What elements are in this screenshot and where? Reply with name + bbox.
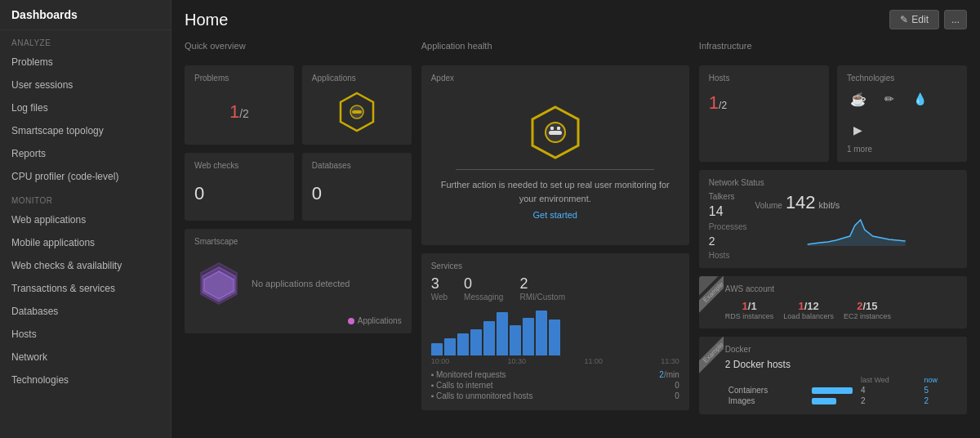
monitored-requests-value: 2/min [659, 370, 679, 379]
calls-unmonitored-label: ▪ Calls to unmonitored hosts [431, 391, 533, 400]
hosts-card-title: Hosts [709, 74, 819, 83]
dot-pink-icon [348, 318, 354, 324]
docker-images-now: 2 [921, 396, 957, 406]
sidebar-item-user-sessions[interactable]: User sessions [0, 74, 171, 96]
tech-icons: ☕ ✏ 💧 ▶ [847, 87, 957, 141]
calls-internet-row: ▪ Calls to internet 0 [431, 381, 679, 390]
sidebar-item-transactions[interactable]: Transactions & services [0, 277, 171, 300]
calls-unmonitored-value: 0 [675, 391, 679, 400]
talkers-sub: Processes [709, 222, 747, 231]
docker-containers-row: Containers 4 5 [725, 385, 957, 396]
sidebar-item-web-applications[interactable]: Web applications [0, 208, 171, 231]
smartscape-footer: Applications [194, 316, 402, 325]
sidebar-section-analyze: Analyze [0, 30, 171, 51]
play-icon: ▶ [847, 118, 870, 141]
technologies-title: Technologies [847, 74, 957, 83]
docker-badge-area: Example [699, 337, 724, 414]
sidebar-logo[interactable]: Dashboards [0, 0, 171, 30]
service-bar [457, 333, 469, 355]
applications-card-title: Applications [312, 74, 402, 83]
docker-col-bar [808, 375, 858, 385]
applications-card: Applications [302, 65, 412, 145]
application-health-column: Application health Apdex Further action … [421, 41, 689, 414]
docker-images-bar [812, 398, 836, 404]
sidebar-item-network[interactable]: Network [0, 346, 171, 369]
hosts-denom: /2 [719, 100, 727, 111]
service-bar [536, 311, 547, 355]
docker-images-last: 2 [858, 396, 921, 406]
docker-col-empty [725, 375, 808, 385]
services-messaging-count: 0 [464, 275, 503, 293]
sidebar-item-problems[interactable]: Problems [0, 51, 171, 74]
docker-col-last-wed: last Wed [858, 375, 921, 385]
chart-label-4: 11:30 [661, 357, 679, 365]
apdex-get-started-link[interactable]: Get started [533, 210, 577, 220]
services-web-label: Web [431, 293, 448, 302]
hosts-red-val: 1 [709, 92, 719, 113]
smartscape-title: Smartscape [194, 237, 402, 246]
services-card: Services 3 Web 0 Messaging 2 RMI/Custom [421, 253, 689, 410]
hosts-card: Hosts 1/2 [699, 65, 829, 162]
aws-lb-value: 1/12 [798, 300, 818, 312]
volume-label: Volume [755, 201, 782, 210]
sidebar-item-technologies[interactable]: Technologies [0, 369, 171, 391]
main-content: Home ✎ Edit ... Quick overview Problems … [172, 0, 980, 438]
sidebar-item-reports[interactable]: Reports [0, 142, 171, 165]
infrastructure-column: Infrastructure Hosts 1/2 Technologies ☕ … [699, 41, 967, 414]
quick-overview-label: Quick overview [185, 41, 412, 51]
service-bar [431, 343, 443, 355]
sidebar-item-mobile-applications[interactable]: Mobile applications [0, 231, 171, 254]
smartscape-no-apps-text: No applications detected [252, 279, 350, 288]
bottom-cards-row: Web checks 0 Databases 0 [185, 153, 412, 221]
services-chart-labels: 10:00 10:30 11:00 11:30 [431, 357, 679, 365]
sidebar-item-log-files[interactable]: Log files [0, 96, 171, 119]
services-bar-chart [431, 306, 679, 355]
services-web-col: 3 Web [431, 275, 448, 302]
web-checks-card: Web checks 0 [185, 153, 294, 221]
docker-images-label: Images [725, 396, 808, 406]
aws-rds-label: RDS instances [725, 312, 774, 320]
application-health-label: Application health [421, 41, 689, 51]
docker-card: Example Docker 2 Docker hosts last Wed [699, 337, 967, 414]
network-sparkline [755, 213, 957, 246]
docker-images-row: Images 2 2 [725, 396, 957, 406]
sidebar-item-web-checks[interactable]: Web checks & availability [0, 254, 171, 277]
service-bar [483, 321, 495, 355]
calls-internet-value: 0 [675, 381, 679, 390]
smartscape-content: No applications detected [194, 251, 402, 316]
smartscape-apps-label: Applications [358, 316, 402, 325]
chart-label-2: 10:30 [508, 357, 527, 365]
smartscape-card: Smartscape No applications detected Appl… [185, 229, 412, 333]
edit-icon: ✏ [878, 87, 901, 110]
volume-unit: kbit/s [819, 200, 840, 210]
header-buttons: ✎ Edit ... [889, 10, 967, 29]
quick-overview-column: Quick overview Problems 1/2 Applications [185, 41, 412, 414]
sidebar-item-databases[interactable]: Databases [0, 300, 171, 323]
main-header: Home ✎ Edit ... [185, 10, 967, 29]
apdex-card: Apdex Further action is needed to set up… [421, 65, 689, 245]
docker-col-now: now [921, 375, 957, 385]
aws-card: Example AWS account 1/1 RDS instances 1/… [699, 276, 967, 328]
tech-more-label: 1 more [847, 145, 957, 154]
monitored-requests-label: ▪ Monitored requests [431, 370, 506, 379]
edit-button[interactable]: ✎ Edit [889, 10, 939, 29]
drop-icon: 💧 [909, 87, 932, 110]
docker-hosts-label: Docker hosts [733, 359, 791, 370]
service-bar [497, 312, 508, 355]
more-options-button[interactable]: ... [944, 10, 967, 29]
apdex-divider [456, 169, 654, 170]
apdex-body-text: Further action is needed to set up real … [431, 178, 679, 205]
service-bar [470, 329, 482, 355]
sidebar-item-smartscape[interactable]: Smartscape topology [0, 119, 171, 142]
chart-label-3: 11:00 [584, 357, 603, 365]
services-rmi-label: RMI/Custom [519, 293, 565, 302]
sidebar-item-cpu-profiler[interactable]: CPU profiler (code-level) [0, 165, 171, 188]
docker-header: last Wed now [725, 375, 957, 385]
services-messaging-label: Messaging [464, 293, 503, 302]
docker-table: last Wed now Containers 4 5 Images [725, 375, 957, 406]
docker-content: Docker 2 Docker hosts last Wed now [709, 345, 957, 406]
apdex-hex-area [431, 87, 679, 169]
sidebar-item-hosts[interactable]: Hosts [0, 323, 171, 346]
aws-rds-value: 1/1 [742, 300, 757, 312]
aws-ec2-metric: 2/15 EC2 instances [844, 300, 891, 320]
